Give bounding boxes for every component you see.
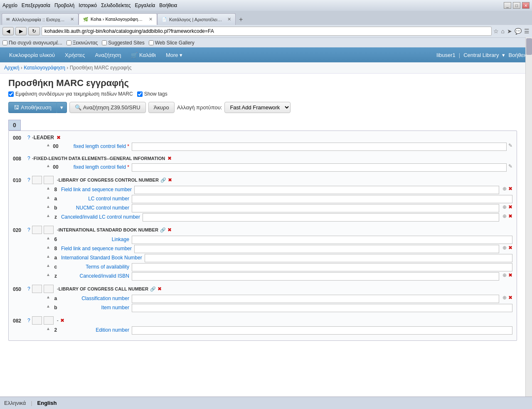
marc-020-sfc-input[interactable]: [132, 263, 512, 271]
tab-email[interactable]: ✉ Αλληλογραφία :: Εισερχόμ... ✕: [2, 13, 79, 25]
marc-010-sf8-copy[interactable]: ⊕: [502, 186, 507, 192]
scroll-thumb[interactable]: [526, 38, 532, 55]
tab-koha[interactable]: 🌿 Koha › Καταλογογράφηση ... ✕: [79, 13, 157, 25]
new-tab-button[interactable]: +: [236, 14, 246, 25]
marc-010-sf8-input[interactable]: [134, 186, 499, 194]
breadcrumb-cataloging[interactable]: Καταλογογράφηση: [24, 65, 65, 71]
forward-button[interactable]: ▶: [15, 27, 27, 35]
marc-000-sfname[interactable]: fixed length control field *: [61, 143, 132, 150]
marc-010-sfa-name[interactable]: LC control number: [61, 195, 132, 202]
tab-koha-close[interactable]: ✕: [149, 17, 153, 22]
marc-020-sf8-copy[interactable]: ⊕: [502, 245, 507, 251]
menu-view[interactable]: Προβολή: [54, 2, 74, 8]
marc-020-sfa-arrow[interactable]: ▲: [46, 254, 50, 259]
marc-010-sfz-copy[interactable]: ⊕: [502, 213, 507, 219]
marc-000-edit-icon[interactable]: ✎: [508, 143, 512, 148]
marc-050-sfa-del[interactable]: ✖: [508, 295, 512, 301]
marc-008-arrow[interactable]: ▲: [46, 163, 50, 168]
marc-082-sf2-arrow[interactable]: ▲: [46, 326, 50, 331]
marc-000-help[interactable]: ?: [27, 135, 30, 140]
marc-010-sfb-del[interactable]: ✖: [508, 204, 512, 210]
nav-users[interactable]: Χρήστες: [60, 49, 90, 62]
header-dropdown-icon[interactable]: ▾: [502, 52, 505, 58]
marc-082-delete[interactable]: ✖: [60, 318, 64, 323]
marc-050-sfa-copy[interactable]: ⊕: [502, 295, 507, 301]
tab-catalog[interactable]: 📄 Κατάλογος | Αριστοτέλειο ... ✕: [157, 13, 236, 25]
refresh-button[interactable]: ↻: [28, 27, 40, 35]
marc-010-sfz-name[interactable]: Canceled/invalid LC control number: [61, 213, 143, 221]
marc-020-sfa-name[interactable]: International Standard Book Number: [61, 254, 145, 261]
marc-020-sf8-input[interactable]: [134, 245, 499, 253]
marc-020-sf8-arrow[interactable]: ▲: [46, 245, 50, 249]
save-dropdown-button[interactable]: ▾: [57, 102, 67, 113]
marc-020-help[interactable]: ?: [27, 227, 30, 233]
close-button[interactable]: ✕: [522, 2, 530, 9]
nav-arrow-icon[interactable]: ➤: [507, 28, 512, 34]
tab-catalog-close[interactable]: ✕: [227, 17, 231, 22]
marc-020-sf6-arrow[interactable]: ▲: [46, 236, 50, 240]
marc-020-sfc-arrow[interactable]: ▲: [46, 263, 50, 268]
nav-circulation[interactable]: Κυκλοφορία υλικού: [4, 49, 60, 62]
marc-050-sfa-input[interactable]: [132, 295, 499, 303]
z3950-search-button[interactable]: 🔍 Αναζήτηση Z39.50/SRU: [69, 102, 146, 113]
marc-010-delete[interactable]: ✖: [168, 177, 172, 183]
menu-icon[interactable]: ☰: [524, 28, 530, 34]
marc-020-sf6-name[interactable]: Linkage: [61, 236, 132, 243]
bookmark-suggested[interactable]: Suggested Sites: [102, 40, 144, 46]
marc-082-sf2-input[interactable]: [132, 326, 512, 335]
marc-020-sfc-name[interactable]: Terms of availability: [61, 263, 132, 271]
show-tags-checkbox[interactable]: [137, 91, 143, 97]
nav-more[interactable]: More ▾: [161, 49, 187, 62]
home-icon[interactable]: ⌂: [501, 28, 505, 34]
marc-020-delete[interactable]: ✖: [167, 227, 172, 233]
marc-010-sfz-input[interactable]: [143, 213, 499, 222]
marc-020-sfz-del[interactable]: ✖: [508, 272, 512, 278]
marc-082-help[interactable]: ?: [27, 318, 30, 323]
marc-010-help[interactable]: ?: [27, 177, 30, 183]
breadcrumb-home[interactable]: Αρχική: [4, 65, 19, 71]
save-button[interactable]: 🖫 Αποθήκευση: [8, 102, 57, 113]
menu-tools[interactable]: Εργαλεία: [135, 2, 155, 8]
marc-050-sfb-name[interactable]: Item number: [61, 304, 132, 311]
marc-008-edit-icon[interactable]: ✎: [508, 163, 512, 169]
marc-020-sfz-copy[interactable]: ⊕: [502, 272, 507, 278]
nav-cart[interactable]: 🛒 Καλάθι: [126, 49, 161, 62]
marc-010-sfa-input[interactable]: [132, 195, 512, 203]
marc-000-input[interactable]: [132, 143, 507, 151]
marc-010-sf8-del[interactable]: ✖: [508, 186, 512, 192]
marc-050-sfb-input[interactable]: [132, 304, 512, 312]
marc-008-delete[interactable]: ✖: [167, 155, 172, 161]
marc-020-sfz-input[interactable]: [132, 272, 499, 281]
marc-020-sfz-name[interactable]: Canceled/invalid ISBN: [61, 272, 132, 280]
show-tags-option[interactable]: Show tags: [137, 91, 167, 97]
header-library[interactable]: Central Library: [463, 52, 499, 58]
marc-010-sfb-input[interactable]: [132, 204, 499, 212]
bookmark-star-icon[interactable]: ☆: [493, 28, 499, 34]
bookmark-start-check[interactable]: [66, 40, 71, 45]
marc-010-sf8-name[interactable]: Field link and sequence number: [61, 186, 134, 193]
bookmark-webslice-check[interactable]: [149, 40, 154, 45]
menu-bar[interactable]: Αρχείο Επεξεργασία Προβολή Ιστορικό Σελι…: [2, 2, 177, 8]
window-controls[interactable]: _ □ ✕: [504, 2, 530, 9]
menu-file[interactable]: Αρχείο: [2, 2, 17, 8]
marc-082-sf2-name[interactable]: Edition number: [61, 326, 132, 334]
marc-050-link-icon[interactable]: 🔗: [150, 286, 156, 292]
menu-history[interactable]: Ιστορικό: [79, 2, 97, 8]
marc-020-sfz-arrow[interactable]: ▲: [46, 272, 50, 277]
marc-010-link-icon[interactable]: 🔗: [160, 177, 166, 183]
url-bar[interactable]: [42, 27, 492, 36]
maximize-button[interactable]: □: [513, 2, 520, 9]
minimize-button[interactable]: _: [504, 2, 511, 9]
marc-010-sf8-arrow[interactable]: ▲: [46, 186, 50, 190]
cancel-button[interactable]: Άκυρο: [148, 102, 175, 113]
framework-select[interactable]: Fast Add Framework: [224, 102, 291, 113]
marc-020-sf8-name[interactable]: Field link and sequence number: [61, 245, 134, 252]
marc-020-link-icon[interactable]: 🔗: [160, 227, 166, 233]
menu-edit[interactable]: Επεξεργασία: [22, 2, 50, 8]
marc-008-sfname[interactable]: fixed length control field *: [61, 163, 132, 171]
bookmark-start[interactable]: Ξεκινώντας: [66, 40, 98, 46]
marc-020-sf8-del[interactable]: ✖: [508, 245, 512, 251]
marc-000-delete[interactable]: ✖: [57, 135, 61, 140]
marc-020-sf6-input[interactable]: [132, 236, 512, 244]
marc-010-sfb-name[interactable]: NUCMC control number: [61, 204, 132, 212]
